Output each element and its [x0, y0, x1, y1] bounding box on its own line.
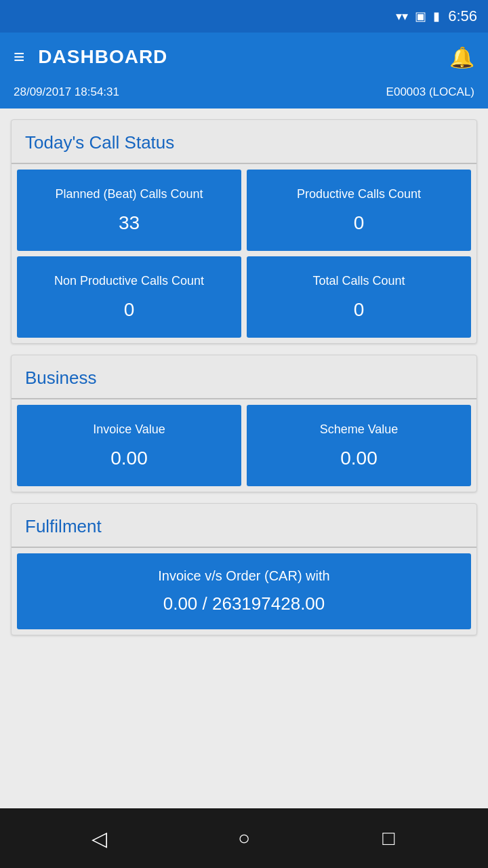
call-status-title: Today's Call Status: [25, 132, 174, 153]
planned-calls-value: 33: [119, 212, 140, 234]
planned-calls-tile: Planned (Beat) Calls Count 33: [17, 170, 241, 251]
scheme-value-tile: Scheme Value 0.00: [247, 405, 471, 486]
total-calls-value: 0: [354, 299, 365, 321]
main-content: Today's Call Status Planned (Beat) Calls…: [0, 108, 488, 808]
notification-bell-icon[interactable]: 🔔: [449, 45, 474, 69]
planned-calls-label: Planned (Beat) Calls Count: [55, 186, 203, 202]
business-header: Business: [12, 355, 476, 399]
invoice-value-value: 0.00: [110, 448, 148, 469]
business-grid: Invoice Value 0.00 Scheme Value 0.00: [12, 399, 476, 492]
fulfilment-tile: Invoice v/s Order (CAR) with 0.00 / 2631…: [17, 553, 471, 629]
business-card: Business Invoice Value 0.00 Scheme Value…: [11, 355, 477, 492]
scheme-value-label: Scheme Value: [320, 422, 399, 437]
productive-calls-label: Productive Calls Count: [297, 186, 421, 202]
total-calls-label: Total Calls Count: [312, 273, 405, 289]
call-status-grid: Planned (Beat) Calls Count 33 Productive…: [12, 164, 476, 343]
wifi-icon: ▾▾: [396, 9, 408, 24]
total-calls-tile: Total Calls Count 0: [247, 256, 471, 338]
datetime-label: 28/09/2017 18:54:31: [14, 85, 119, 99]
nav-bar: ◁ ○ □: [0, 808, 488, 868]
fulfilment-title: Fulfilment: [25, 516, 102, 536]
call-status-card: Today's Call Status Planned (Beat) Calls…: [11, 119, 477, 344]
app-title: DASHBOARD: [38, 46, 436, 68]
status-icons: ▾▾ ▣ ▮: [396, 9, 440, 24]
status-bar: ▾▾ ▣ ▮ 6:56: [0, 0, 488, 33]
non-productive-calls-label: Non Productive Calls Count: [54, 273, 204, 289]
signal-icon: ▣: [415, 9, 426, 24]
fulfilment-card: Fulfilment Invoice v/s Order (CAR) with …: [11, 503, 477, 635]
status-time: 6:56: [448, 7, 477, 25]
business-title: Business: [25, 368, 97, 388]
home-button[interactable]: ○: [224, 818, 264, 859]
scheme-value-value: 0.00: [340, 448, 378, 469]
fulfilment-label: Invoice v/s Order (CAR) with: [158, 568, 329, 584]
menu-icon[interactable]: ≡: [14, 46, 24, 68]
invoice-value-tile: Invoice Value 0.00: [17, 405, 241, 486]
productive-calls-tile: Productive Calls Count 0: [247, 170, 471, 251]
call-status-header: Today's Call Status: [12, 120, 476, 164]
user-info-label: E00003 (LOCAL): [386, 85, 474, 99]
back-button[interactable]: ◁: [79, 818, 120, 859]
invoice-value-label: Invoice Value: [93, 422, 165, 437]
non-productive-calls-tile: Non Productive Calls Count 0: [17, 256, 241, 338]
productive-calls-value: 0: [354, 212, 365, 234]
recent-button[interactable]: □: [368, 818, 409, 859]
fulfilment-header: Fulfilment: [12, 504, 476, 548]
sub-bar: 28/09/2017 18:54:31 E00003 (LOCAL): [0, 81, 488, 108]
battery-icon: ▮: [433, 9, 440, 24]
non-productive-calls-value: 0: [124, 299, 135, 321]
app-bar: ≡ DASHBOARD 🔔: [0, 33, 488, 81]
fulfilment-value: 0.00 / 263197428.00: [163, 593, 325, 614]
